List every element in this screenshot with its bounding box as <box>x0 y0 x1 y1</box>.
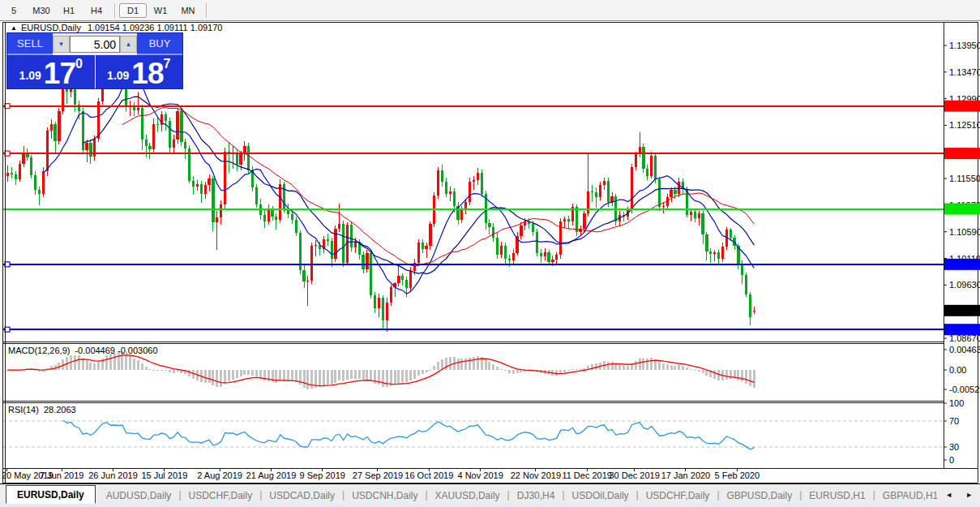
time-tick-label: 26 Jun 2019 <box>88 470 138 480</box>
chart-tab-xauusd-daily[interactable]: XAUUSD,Daily <box>428 487 507 504</box>
ma-line-10 <box>43 76 754 294</box>
level-handle[interactable] <box>5 104 10 109</box>
price-tick-label: 1.12510 <box>949 120 980 130</box>
macd-name: MACD(12,26,9) <box>8 346 70 355</box>
macd-signal-line <box>8 355 755 386</box>
time-tick-label: 15 Jul 2019 <box>141 470 187 480</box>
toolbar-separator <box>114 3 115 18</box>
macd-axis-label: 0.00463 <box>949 345 980 354</box>
arrow-up-icon: ▲ <box>126 41 132 48</box>
arrow-down-icon: ▼ <box>58 41 65 48</box>
chart-tab-gbpaud-h1[interactable]: GBPAUD,H1 <box>875 487 945 504</box>
time-tick-label: 7 Jun 2019 <box>40 470 83 480</box>
timeframe-button-m30[interactable]: M30 <box>28 3 55 18</box>
chart-tabs-bar: EURUSD,DailyAUDUSD,Daily|USDCHF,Daily|US… <box>0 483 980 504</box>
timeframe-button-h1[interactable]: H1 <box>55 3 83 18</box>
sell-button[interactable]: SELL <box>7 33 53 55</box>
time-tick-label: 5 Feb 2020 <box>714 470 760 480</box>
rsi-value: 28.2063 <box>44 405 76 415</box>
rsi-indicator-title: RSI(14)28.2063 <box>8 405 76 415</box>
rsi-axis-label: 70 <box>949 416 959 426</box>
chart-tab-gbpusd-daily[interactable]: GBPUSD,Daily <box>720 487 800 504</box>
time-tick-label: 22 Nov 2019 <box>511 470 561 480</box>
chart-tab-usdchf-daily[interactable]: USDCHF,Daily <box>182 487 260 504</box>
price-tick-label: 1.09630 <box>949 280 980 290</box>
buy-price[interactable]: 1.09 18 7 <box>95 55 183 88</box>
timeframe-button-w1[interactable]: W1 <box>147 3 174 18</box>
bottom-status-strip <box>0 504 980 507</box>
rsi-name: RSI(14) <box>8 405 39 415</box>
time-axis: 20 May 20197 Jun 201926 Jun 201915 Jul 2… <box>2 468 760 480</box>
buy-price-small: 1.09 <box>107 69 129 82</box>
price-tick-label: 1.10590 <box>949 227 980 237</box>
toolbar-separator <box>206 3 207 18</box>
panel-borders <box>2 22 978 483</box>
macd-axis-label: 0.00 <box>949 365 966 375</box>
buy-price-big: 18 <box>131 62 163 86</box>
chart-title: ▲EURUSD,Daily1.09154 1.09236 1.09111 1.0… <box>11 23 222 32</box>
chart-symbol-period: EURUSD,Daily <box>21 23 81 32</box>
chart-tab-dj30-h4[interactable]: DJ30,H4 <box>510 487 563 504</box>
level-handle[interactable] <box>5 262 10 267</box>
timeframe-button-mn[interactable]: MN <box>174 3 202 18</box>
time-tick-label: 17 Jan 2020 <box>661 470 711 480</box>
terminal-window: { "toolbar": { "periods": [ {"label": "5… <box>0 0 980 507</box>
chart-ohlc-values: 1.09154 1.09236 1.09111 1.09170 <box>88 23 223 32</box>
chart-tab-usdchf-daily[interactable]: USDCHF,Daily <box>639 487 717 504</box>
buy-button[interactable]: BUY <box>137 33 182 55</box>
price-tick-label: 1.13470 <box>949 67 980 77</box>
macd-indicator-title: MACD(12,26,9)-0.004469 -0.003060 <box>8 346 158 355</box>
price-tick-label: 1.11550 <box>949 174 980 183</box>
rsi-axis-label: 30 <box>949 442 959 452</box>
chart-tab-usdcad-daily[interactable]: USDCAD,Daily <box>262 487 342 504</box>
rsi-axis-label: 0 <box>949 455 954 465</box>
level-handle[interactable] <box>5 151 10 156</box>
time-tick-label: 27 Sep 2019 <box>353 470 403 480</box>
level-price-label <box>944 204 980 215</box>
timeframe-button-5[interactable]: 5 <box>0 3 28 18</box>
current-price-label <box>944 305 980 316</box>
price-tick-label: 1.13950 <box>949 41 980 50</box>
time-tick-label: 11 Dec 2019 <box>562 470 612 480</box>
level-price-label <box>944 259 980 270</box>
rsi-line <box>63 420 755 449</box>
sell-price[interactable]: 1.09 17 0 <box>7 55 95 88</box>
time-tick-label: 2 Aug 2019 <box>197 470 242 480</box>
timeframe-toolbar: 5M30H1H4D1W1MN <box>0 0 980 21</box>
chart-tab-eurusd-daily[interactable]: EURUSD,Daily <box>6 485 96 504</box>
chart-tab-usdcnh-daily[interactable]: USDCNH,Daily <box>344 487 425 504</box>
tabs-scroll-left-icon[interactable]: ◄ <box>945 491 952 499</box>
time-tick-label: 21 Aug 2019 <box>246 470 297 480</box>
sell-price-small: 1.09 <box>19 69 41 82</box>
buy-price-sup: 7 <box>164 57 171 71</box>
chart-tab-eurusd-h1[interactable]: EURUSD,H1 <box>802 487 872 504</box>
sell-price-big: 17 <box>44 62 75 86</box>
triangle-icon: ▲ <box>11 24 17 32</box>
volume-increase-button[interactable]: ▲ <box>120 36 137 53</box>
one-click-trading-panel: SELL ▼ ▲ BUY 1.09 17 0 1.09 18 7 <box>6 32 183 89</box>
time-tick-label: 4 Nov 2019 <box>458 470 503 480</box>
macd-histogram <box>6 351 755 389</box>
time-tick-label: 16 Oct 2019 <box>404 470 453 480</box>
level-handle[interactable] <box>5 327 10 332</box>
sell-price-sup: 0 <box>75 57 83 71</box>
level-price-label <box>944 101 980 112</box>
timeframe-button-h4[interactable]: H4 <box>83 3 110 18</box>
chart-tab-usdoil-daily[interactable]: USDOil,Daily <box>565 487 636 504</box>
volume-decrease-button[interactable]: ▼ <box>53 36 70 53</box>
level-price-label <box>944 148 980 159</box>
time-tick-label: 30 Dec 2019 <box>609 470 659 480</box>
tabs-scroll-right-icon[interactable]: ► <box>965 491 973 499</box>
macd-values: -0.004469 -0.003060 <box>75 346 157 355</box>
chart-tab-audusd-daily[interactable]: AUDUSD,Daily <box>99 487 179 504</box>
rsi-axis-label: 100 <box>949 398 964 408</box>
timeframe-button-d1[interactable]: D1 <box>119 3 147 18</box>
level-price-label <box>944 324 980 335</box>
macd-axis-label: -0.005299 <box>949 385 980 394</box>
time-tick-label: 9 Sep 2019 <box>300 470 345 480</box>
volume-input[interactable] <box>70 36 120 53</box>
